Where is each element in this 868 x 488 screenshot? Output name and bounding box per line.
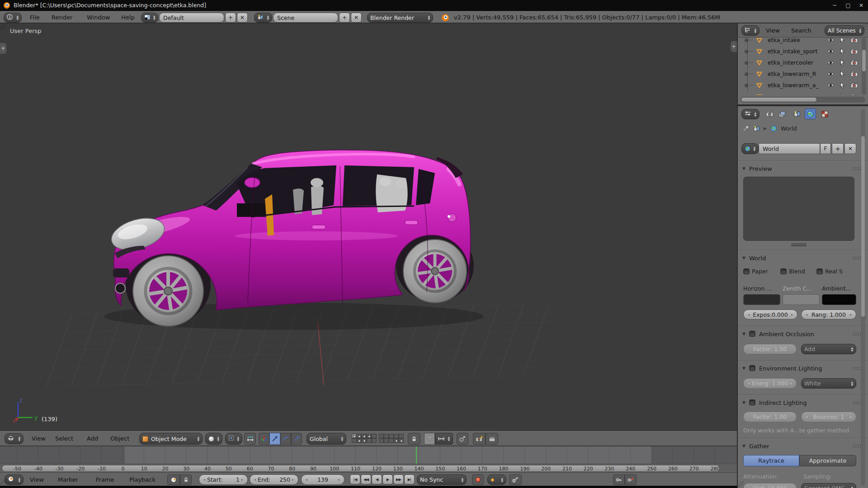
opengl-render-button[interactable] (473, 433, 486, 445)
layer-cell[interactable] (379, 434, 384, 438)
renderability-camera-icon[interactable] (848, 60, 860, 66)
selectability-cursor-icon[interactable] (836, 70, 848, 77)
panel-header-preview[interactable]: ▼ Preview (742, 164, 863, 173)
jump-to-start-button[interactable]: |◀ (350, 474, 360, 484)
record-button[interactable] (472, 474, 484, 485)
checkbox[interactable] (780, 268, 787, 275)
layers-widget[interactable] (352, 434, 377, 443)
expand-icon[interactable]: ⊕ (744, 71, 749, 77)
indirect-bounces-slider[interactable]: ◂ Bounces: 1 ▸ (801, 412, 856, 422)
orientation-dropdown[interactable]: Global (307, 433, 346, 445)
paper-sky-checkbox[interactable]: Paper (743, 268, 768, 275)
layer-cell[interactable] (372, 438, 377, 443)
menu-view3d[interactable]: View (32, 435, 46, 442)
timeline-frame-zone[interactable] (0, 446, 738, 464)
opengl-render-anim-button[interactable] (486, 433, 498, 445)
outliner-item-label[interactable]: etka_intercooler (768, 59, 825, 66)
expand-icon[interactable]: ⊕ (744, 94, 749, 95)
world-name-field[interactable]: World (759, 143, 820, 154)
menu-help[interactable]: Help (121, 14, 135, 21)
snap-element-dropdown[interactable] (435, 433, 453, 445)
visibility-eye-icon[interactable] (825, 71, 836, 76)
layer-cell[interactable] (384, 434, 389, 438)
autokey-dropdown[interactable]: ◆ (487, 474, 506, 485)
rotate-manipulator-button[interactable] (280, 433, 291, 445)
layer-cell[interactable] (352, 434, 357, 438)
menu-file[interactable]: File (30, 14, 40, 21)
preview-range-button[interactable] (167, 474, 180, 485)
scene-icon-button[interactable] (254, 13, 272, 23)
ao-blend-dropdown[interactable]: Add (801, 344, 856, 354)
range-slider[interactable]: ◂ Rang: 1.000 ▸ (801, 310, 856, 319)
outliner-item[interactable]: ⊕etka_lowerarm_a_ (738, 80, 860, 91)
exposure-slider[interactable]: ◂ Expos:0.000 ▸ (743, 310, 797, 319)
lock-to-scene-button[interactable] (408, 433, 420, 445)
tab-scene[interactable] (791, 108, 802, 119)
visibility-eye-icon[interactable] (825, 60, 836, 65)
scene-name-field[interactable]: Scene (273, 13, 338, 23)
renderability-camera-icon[interactable] (848, 71, 860, 77)
renderability-camera-icon[interactable] (848, 38, 860, 43)
menu-window[interactable]: Window (87, 14, 110, 21)
selectability-cursor-icon[interactable] (836, 93, 848, 95)
outliner-item[interactable]: ⊕ (738, 91, 860, 95)
scene-icon[interactable] (753, 126, 760, 131)
layer-cell[interactable] (399, 434, 404, 438)
layer-cell[interactable] (367, 434, 372, 438)
checkbox[interactable] (816, 268, 823, 275)
selectability-cursor-icon[interactable] (836, 48, 848, 55)
visibility-eye-icon[interactable] (825, 94, 836, 95)
start-frame-field[interactable]: ◂ Start: 1 ▸ (199, 474, 248, 485)
area-corner-grip[interactable] (0, 23, 6, 30)
unlink-world-button[interactable]: ✕ (844, 143, 856, 154)
panel-header-environment-lighting[interactable]: ▼ Environment Lighting (742, 364, 863, 373)
delete-keyframe-button[interactable] (625, 474, 637, 485)
editor-type-3d-dropdown[interactable] (5, 433, 24, 444)
menu-tl-frame[interactable]: Frame (96, 476, 114, 483)
manipulator-toggle-button[interactable] (244, 433, 256, 445)
outliner-item[interactable]: ⊕etka_lowerarm_R (738, 68, 860, 80)
delete-layout-button[interactable]: ✕ (237, 13, 248, 23)
properties-scrollbar-thumb[interactable] (861, 136, 865, 317)
maximize-button[interactable]: ▢ (842, 1, 854, 10)
shading-dropdown[interactable] (205, 433, 222, 445)
add-scene-button[interactable]: + (339, 13, 350, 23)
layer-cell[interactable] (394, 438, 399, 443)
outliner-vscrollbar-thumb[interactable] (862, 50, 866, 71)
ao-factor-slider[interactable]: Factor: 1.00 (743, 344, 797, 354)
area-corner-grip[interactable] (862, 23, 868, 30)
editor-type-properties-dropdown[interactable] (741, 109, 760, 119)
area-corner-grip[interactable] (738, 481, 744, 488)
sampling-dropdown[interactable]: Constant QMC (801, 483, 856, 488)
minimize-button[interactable]: ─ (828, 1, 841, 10)
visibility-eye-icon[interactable] (825, 83, 836, 88)
sync-dropdown[interactable]: No Sync (417, 474, 467, 485)
visibility-eye-icon[interactable] (825, 38, 836, 42)
indirect-factor-slider[interactable]: Factor: 1.00 (743, 412, 797, 422)
layers-widget[interactable] (379, 434, 404, 443)
layer-cell[interactable] (357, 434, 362, 438)
env-energy-slider[interactable]: ◂ Energ: 1.000 ▸ (743, 378, 797, 389)
env-enable-checkbox[interactable] (749, 365, 755, 371)
snap-toggle-button[interactable] (424, 433, 435, 445)
editor-type-outliner-dropdown[interactable] (741, 25, 760, 36)
menu-tl-playback[interactable]: Playback (129, 476, 156, 483)
tab-world[interactable] (805, 108, 816, 119)
layer-cell[interactable] (352, 438, 357, 443)
layer-cell[interactable] (367, 438, 372, 443)
manipulator-axes-button[interactable] (259, 433, 269, 445)
play-reverse-button[interactable]: ◀ (372, 474, 382, 484)
pin-icon[interactable] (742, 125, 750, 132)
properties-expand-tab[interactable]: + (730, 41, 737, 52)
real-sky-checkbox[interactable]: Real S (816, 268, 843, 275)
end-frame-field[interactable]: ◂ End: 250 ▸ (250, 474, 298, 485)
renderability-camera-icon[interactable] (848, 82, 860, 88)
panel-header-gather[interactable]: ▼ Gather (742, 441, 863, 450)
render-engine-dropdown[interactable]: Blender Render (367, 13, 433, 23)
screen-layout-name-field[interactable]: Default (159, 13, 224, 23)
insert-keyframe-button[interactable] (613, 474, 625, 485)
outliner-filter-dropdown[interactable]: All Scenes (825, 25, 864, 36)
keying-set-button[interactable] (509, 474, 522, 485)
tab-render[interactable] (764, 108, 775, 119)
area-corner-grip[interactable] (0, 479, 6, 485)
